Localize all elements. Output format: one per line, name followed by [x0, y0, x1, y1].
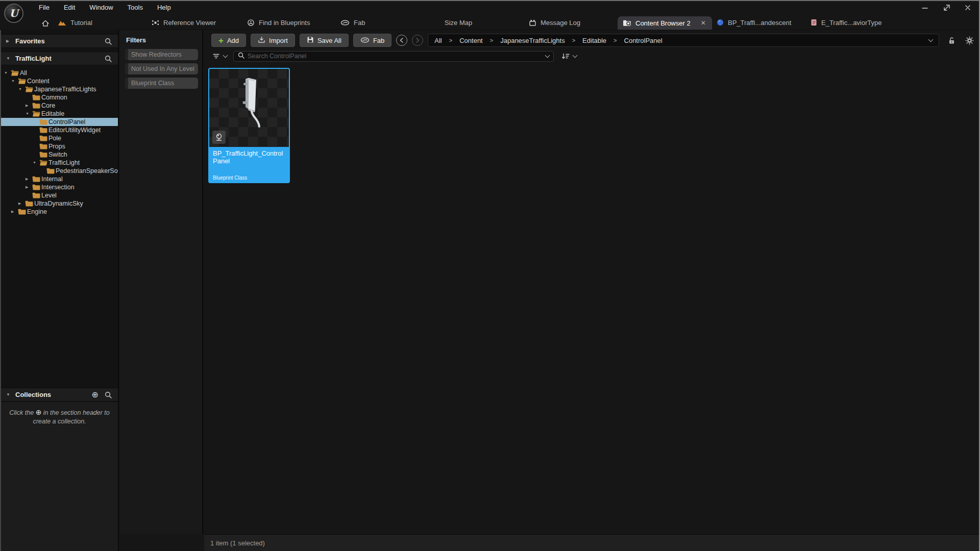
tree-item-editable[interactable]: ▼Editable — [1, 110, 118, 118]
tree-item-controlpanel[interactable]: ControlPanel — [1, 118, 118, 126]
add-collection-icon[interactable]: ⊕ — [90, 390, 100, 399]
tab-bp-traffic[interactable]: BP_Traffi...andescent — [717, 15, 791, 30]
back-arrow-icon[interactable] — [396, 35, 407, 46]
sort-icon[interactable] — [561, 52, 570, 61]
menu-window[interactable]: Window — [84, 1, 118, 14]
search-icon[interactable] — [104, 37, 113, 46]
reference-viewer-icon — [152, 19, 159, 26]
menu-bar: File Edit Window Tools Help — [34, 1, 176, 14]
import-button[interactable]: Import — [251, 34, 295, 47]
breadcrumb-item-content[interactable]: Content — [459, 37, 483, 44]
fab-button[interactable]: Fab — [353, 34, 391, 47]
expander-arrow-icon[interactable]: ▼ — [6, 392, 11, 397]
filter-funnel-icon[interactable] — [211, 52, 220, 61]
save-all-label: Save All — [317, 37, 341, 44]
search-icon[interactable] — [104, 54, 113, 63]
chevron-down-icon[interactable] — [573, 53, 578, 58]
expander-arrow-icon[interactable]: ▼ — [6, 56, 11, 61]
tab-content-browser-2[interactable]: Content Browser 2 ✕ — [618, 16, 712, 30]
folder-icon — [32, 176, 41, 182]
tree-item-pedestrianspeakersound[interactable]: PedestrianSpeakerSound — [1, 167, 118, 175]
menu-tools[interactable]: Tools — [122, 1, 148, 14]
breadcrumb-item-japanesetrafficlights[interactable]: JapaneseTrafficLights — [500, 37, 565, 44]
expander-arrow-icon[interactable]: ▶ — [11, 208, 18, 216]
tree-item-pole[interactable]: Pole — [1, 134, 118, 142]
tree-item-editorutilitywidget[interactable]: EditorUtilityWidget — [1, 126, 118, 134]
search-input[interactable] — [248, 53, 543, 60]
filter-pill-show-redirectors[interactable]: Show Redirectors — [125, 49, 198, 60]
expander-arrow-icon[interactable]: ▼ — [4, 69, 11, 77]
tab-find-in-blueprints[interactable]: Find in Blueprints — [247, 15, 310, 30]
breadcrumb-separator: > — [449, 37, 452, 43]
message-log-icon — [529, 19, 536, 26]
chevron-down-icon[interactable] — [223, 53, 228, 58]
tree-item-internal[interactable]: ▶Internal — [1, 175, 118, 183]
tree-item-level[interactable]: Level — [1, 191, 118, 199]
restore-icon[interactable] — [939, 2, 953, 13]
tree-item-core[interactable]: ▶Core — [1, 102, 118, 110]
tab-reference-viewer[interactable]: Reference Viewer — [152, 15, 216, 30]
asset-panel: + Add Import Save All Fab — [204, 30, 979, 551]
expander-arrow-icon[interactable]: ▶ — [26, 183, 32, 191]
lock-icon[interactable] — [947, 36, 956, 45]
home-icon[interactable] — [40, 18, 51, 28]
close-window-icon[interactable] — [961, 2, 975, 13]
tree-item-switch[interactable]: Switch — [1, 151, 118, 159]
save-all-button[interactable]: Save All — [300, 34, 349, 47]
menu-file[interactable]: File — [34, 1, 55, 14]
tab-fab[interactable]: Fab — [340, 15, 365, 30]
tab-label: E_Traffic...aviorType — [821, 19, 882, 27]
close-tab-icon[interactable]: ✕ — [700, 19, 707, 27]
tree-item-content[interactable]: ▼Content — [1, 77, 118, 85]
tree-item-intersection[interactable]: ▶Intersection — [1, 183, 118, 191]
find-in-blueprints-icon — [247, 19, 255, 27]
search-icon[interactable] — [104, 390, 113, 399]
fab-icon — [340, 20, 350, 26]
breadcrumb-item-editable[interactable]: Editable — [582, 37, 606, 44]
tab-enum-traffic[interactable]: E_Traffic...aviorType — [811, 15, 882, 30]
breadcrumb-item-controlpanel[interactable]: ControlPanel — [624, 37, 663, 44]
tab-size-map[interactable]: Size Map — [445, 15, 472, 30]
expander-arrow-icon[interactable]: ▼ — [18, 85, 25, 93]
tab-message-log[interactable]: Message Log — [529, 15, 580, 30]
asset-type-label: Blueprint Class — [213, 175, 247, 181]
gear-icon[interactable] — [965, 36, 974, 45]
tab-tutorial[interactable]: Tutorial — [58, 15, 92, 30]
tree-item-label: Props — [48, 142, 65, 151]
tree-item-engine[interactable]: ▶Engine — [1, 208, 118, 216]
import-icon — [258, 36, 265, 45]
filter-pill-blueprint-class[interactable]: Blueprint Class — [125, 78, 198, 89]
collections-section-header[interactable]: ▼ Collections ⊕ — [1, 388, 118, 402]
asset-grid: BP_TrafficLight_Control Panel Blueprint … — [204, 66, 979, 534]
expander-arrow-icon[interactable]: ▶ — [26, 175, 32, 183]
add-button[interactable]: + Add — [211, 34, 246, 47]
trafficlight-section-header[interactable]: ▼ TrafficLight — [1, 52, 118, 65]
tree-item-props[interactable]: Props — [1, 142, 118, 151]
tree-item-ultradynamicsky[interactable]: ▶UltraDynamicSky — [1, 199, 118, 208]
unreal-logo-icon[interactable]: U — [4, 4, 23, 23]
favorites-section-header[interactable]: ▶ Favorites — [1, 34, 118, 48]
expander-arrow-icon[interactable]: ▼ — [26, 110, 32, 118]
tree-item-all[interactable]: ▼All — [1, 69, 118, 77]
expander-arrow-icon[interactable]: ▼ — [11, 77, 18, 85]
forward-arrow-icon[interactable] — [412, 35, 423, 46]
menu-edit[interactable]: Edit — [59, 1, 80, 14]
tree-item-label: Engine — [27, 208, 47, 216]
expander-arrow-icon[interactable]: ▼ — [33, 159, 39, 167]
chevron-down-icon[interactable] — [545, 53, 550, 58]
expander-arrow-icon[interactable]: ▶ — [26, 102, 32, 110]
expander-arrow-icon[interactable]: ▶ — [6, 39, 11, 43]
tree-item-trafficlight[interactable]: ▼TrafficLight — [1, 159, 118, 167]
enum-asset-icon — [811, 19, 817, 26]
tab-label: BP_Traffi...andescent — [728, 19, 791, 27]
minimize-icon[interactable] — [918, 2, 932, 13]
menu-help[interactable]: Help — [152, 1, 176, 14]
expander-arrow-icon[interactable]: ▶ — [18, 199, 25, 208]
asset-card-bp-trafficlight-controlpanel[interactable]: BP_TrafficLight_Control Panel Blueprint … — [208, 68, 290, 183]
filter-pill-not-used[interactable]: Not Used In Any Level — [125, 63, 198, 74]
tree-item-common[interactable]: Common — [1, 93, 118, 102]
chevron-down-icon[interactable] — [928, 37, 934, 42]
tutorial-icon — [58, 19, 66, 26]
breadcrumb-item-all[interactable]: All — [434, 37, 442, 44]
tree-item-japanesetrafficlights[interactable]: ▼JapaneseTrafficLights — [1, 85, 118, 93]
